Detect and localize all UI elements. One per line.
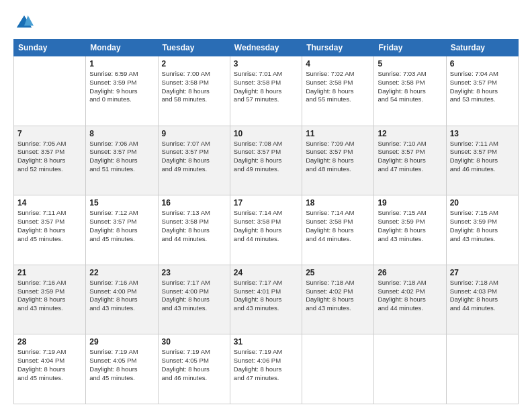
day-number: 7 — [17, 129, 82, 138]
cell-content: Sunrise: 7:18 AMSunset: 4:03 PMDaylight:… — [450, 279, 515, 313]
day-number: 25 — [306, 268, 370, 277]
calendar-cell: 15Sunrise: 7:12 AMSunset: 3:57 PMDayligh… — [86, 195, 158, 265]
calendar-cell: 22Sunrise: 7:16 AMSunset: 4:00 PMDayligh… — [86, 265, 158, 334]
cell-content: Sunrise: 7:01 AMSunset: 3:58 PMDaylight:… — [234, 70, 298, 104]
calendar-table: Sunday Monday Tuesday Wednesday Thursday… — [13, 39, 519, 404]
weekday-header-row: Sunday Monday Tuesday Wednesday Thursday… — [14, 40, 519, 56]
day-number: 28 — [17, 337, 82, 347]
day-number: 13 — [450, 129, 515, 138]
calendar-row: 28Sunrise: 7:19 AMSunset: 4:04 PMDayligh… — [14, 334, 519, 404]
cell-content: Sunrise: 7:17 AMSunset: 4:00 PMDaylight:… — [162, 279, 226, 313]
calendar-cell: 13Sunrise: 7:11 AMSunset: 3:57 PMDayligh… — [446, 126, 518, 195]
calendar-cell: 25Sunrise: 7:18 AMSunset: 4:02 PMDayligh… — [302, 265, 374, 334]
calendar-cell: 7Sunrise: 7:05 AMSunset: 3:57 PMDaylight… — [14, 126, 86, 195]
cell-content: Sunrise: 7:06 AMSunset: 3:57 PMDaylight:… — [89, 140, 154, 174]
cell-content: Sunrise: 7:19 AMSunset: 4:04 PMDaylight:… — [17, 348, 82, 382]
day-number: 6 — [450, 59, 515, 68]
day-number: 14 — [17, 198, 82, 208]
cell-content: Sunrise: 6:59 AMSunset: 3:59 PMDaylight:… — [89, 70, 154, 104]
calendar-cell: 14Sunrise: 7:11 AMSunset: 3:57 PMDayligh… — [14, 195, 86, 265]
day-number: 24 — [234, 268, 298, 277]
calendar-cell: 12Sunrise: 7:10 AMSunset: 3:57 PMDayligh… — [374, 126, 446, 195]
calendar-cell: 6Sunrise: 7:04 AMSunset: 3:57 PMDaylight… — [446, 56, 518, 126]
day-number: 2 — [162, 59, 226, 68]
header-monday: Monday — [86, 40, 158, 56]
calendar-cell: 27Sunrise: 7:18 AMSunset: 4:03 PMDayligh… — [446, 265, 518, 334]
cell-content: Sunrise: 7:12 AMSunset: 3:57 PMDaylight:… — [89, 209, 154, 243]
calendar-row: 14Sunrise: 7:11 AMSunset: 3:57 PMDayligh… — [14, 195, 519, 265]
cell-content: Sunrise: 7:15 AMSunset: 3:59 PMDaylight:… — [450, 209, 515, 243]
day-number: 31 — [234, 337, 298, 347]
day-number: 10 — [234, 129, 298, 138]
header-sunday: Sunday — [14, 40, 86, 56]
cell-content: Sunrise: 7:19 AMSunset: 4:06 PMDaylight:… — [234, 348, 298, 382]
calendar-cell: 31Sunrise: 7:19 AMSunset: 4:06 PMDayligh… — [230, 334, 302, 404]
day-number: 4 — [306, 59, 370, 68]
day-number: 29 — [89, 337, 154, 347]
cell-content: Sunrise: 7:08 AMSunset: 3:57 PMDaylight:… — [234, 140, 298, 174]
cell-content: Sunrise: 7:18 AMSunset: 4:02 PMDaylight:… — [306, 279, 370, 313]
calendar-cell: 1Sunrise: 6:59 AMSunset: 3:59 PMDaylight… — [86, 56, 158, 126]
day-number: 27 — [450, 268, 515, 277]
cell-content: Sunrise: 7:09 AMSunset: 3:57 PMDaylight:… — [306, 140, 370, 174]
calendar-cell: 3Sunrise: 7:01 AMSunset: 3:58 PMDaylight… — [230, 56, 302, 126]
calendar-cell: 5Sunrise: 7:03 AMSunset: 3:58 PMDaylight… — [374, 56, 446, 126]
day-number: 3 — [234, 59, 298, 68]
cell-content: Sunrise: 7:13 AMSunset: 3:58 PMDaylight:… — [162, 209, 226, 243]
header-wednesday: Wednesday — [230, 40, 302, 56]
calendar-cell — [446, 334, 518, 404]
day-number: 20 — [450, 198, 515, 208]
calendar-row: 21Sunrise: 7:16 AMSunset: 3:59 PMDayligh… — [14, 265, 519, 334]
cell-content: Sunrise: 7:02 AMSunset: 3:58 PMDaylight:… — [306, 70, 370, 104]
calendar-row: 7Sunrise: 7:05 AMSunset: 3:57 PMDaylight… — [14, 126, 519, 195]
day-number: 19 — [378, 198, 442, 208]
calendar-cell: 24Sunrise: 7:17 AMSunset: 4:01 PMDayligh… — [230, 265, 302, 334]
calendar-cell: 4Sunrise: 7:02 AMSunset: 3:58 PMDaylight… — [302, 56, 374, 126]
day-number: 9 — [162, 129, 226, 138]
cell-content: Sunrise: 7:05 AMSunset: 3:57 PMDaylight:… — [17, 140, 82, 174]
header — [13, 12, 519, 34]
cell-content: Sunrise: 7:03 AMSunset: 3:58 PMDaylight:… — [378, 70, 442, 104]
calendar-cell: 11Sunrise: 7:09 AMSunset: 3:57 PMDayligh… — [302, 126, 374, 195]
calendar-cell — [14, 56, 86, 126]
calendar-cell: 19Sunrise: 7:15 AMSunset: 3:59 PMDayligh… — [374, 195, 446, 265]
calendar-cell: 26Sunrise: 7:18 AMSunset: 4:02 PMDayligh… — [374, 265, 446, 334]
calendar-cell — [302, 334, 374, 404]
day-number: 1 — [89, 59, 154, 68]
cell-content: Sunrise: 7:07 AMSunset: 3:57 PMDaylight:… — [162, 140, 226, 174]
calendar-cell — [374, 334, 446, 404]
day-number: 26 — [378, 268, 442, 277]
cell-content: Sunrise: 7:15 AMSunset: 3:59 PMDaylight:… — [378, 209, 442, 243]
calendar-cell: 29Sunrise: 7:19 AMSunset: 4:05 PMDayligh… — [86, 334, 158, 404]
day-number: 11 — [306, 129, 370, 138]
cell-content: Sunrise: 7:17 AMSunset: 4:01 PMDaylight:… — [234, 279, 298, 313]
header-saturday: Saturday — [446, 40, 518, 56]
day-number: 23 — [162, 268, 226, 277]
logo-icon — [15, 12, 34, 31]
day-number: 16 — [162, 198, 226, 208]
calendar-cell: 8Sunrise: 7:06 AMSunset: 3:57 PMDaylight… — [86, 126, 158, 195]
cell-content: Sunrise: 7:16 AMSunset: 3:59 PMDaylight:… — [17, 279, 82, 313]
cell-content: Sunrise: 7:18 AMSunset: 4:02 PMDaylight:… — [378, 279, 442, 313]
cell-content: Sunrise: 7:14 AMSunset: 3:58 PMDaylight:… — [306, 209, 370, 243]
day-number: 18 — [306, 198, 370, 208]
day-number: 21 — [17, 268, 82, 277]
calendar-cell: 28Sunrise: 7:19 AMSunset: 4:04 PMDayligh… — [14, 334, 86, 404]
day-number: 22 — [89, 268, 154, 277]
page: Sunday Monday Tuesday Wednesday Thursday… — [0, 0, 532, 411]
day-number: 5 — [378, 59, 442, 68]
cell-content: Sunrise: 7:16 AMSunset: 4:00 PMDaylight:… — [89, 279, 154, 313]
calendar-cell: 9Sunrise: 7:07 AMSunset: 3:57 PMDaylight… — [158, 126, 230, 195]
cell-content: Sunrise: 7:11 AMSunset: 3:57 PMDaylight:… — [450, 140, 515, 174]
calendar-cell: 17Sunrise: 7:14 AMSunset: 3:58 PMDayligh… — [230, 195, 302, 265]
day-number: 30 — [162, 337, 226, 347]
calendar-cell: 16Sunrise: 7:13 AMSunset: 3:58 PMDayligh… — [158, 195, 230, 265]
header-tuesday: Tuesday — [158, 40, 230, 56]
day-number: 8 — [89, 129, 154, 138]
day-number: 15 — [89, 198, 154, 208]
cell-content: Sunrise: 7:19 AMSunset: 4:05 PMDaylight:… — [89, 348, 154, 382]
calendar-cell: 30Sunrise: 7:19 AMSunset: 4:05 PMDayligh… — [158, 334, 230, 404]
cell-content: Sunrise: 7:00 AMSunset: 3:58 PMDaylight:… — [162, 70, 226, 104]
cell-content: Sunrise: 7:14 AMSunset: 3:58 PMDaylight:… — [234, 209, 298, 243]
header-thursday: Thursday — [302, 40, 374, 56]
